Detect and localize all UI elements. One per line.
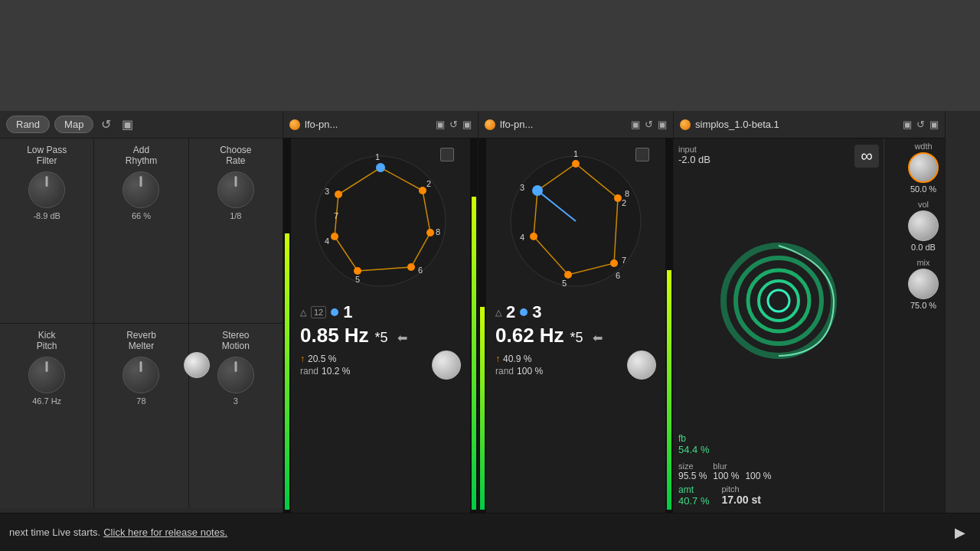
knob-container-add-rhythm: 66 % [122, 171, 159, 220]
svg-point-9 [376, 163, 385, 172]
cell-label-kick-pitch: KickPitch [37, 330, 57, 352]
svg-point-7 [331, 233, 338, 240]
svg-point-22 [610, 259, 618, 267]
lfo2-content: 1 8 7 6 5 4 3 2 △ 2 [486, 139, 665, 513]
simplos-name: simplos_1.0-beta.1 [695, 119, 898, 130]
simplos-mix-knob[interactable] [908, 269, 939, 299]
lfo1-status-dot[interactable] [289, 119, 300, 130]
simplos-right-val-group: 100 % [745, 461, 771, 481]
lfo1-arrow-btn[interactable]: ⬅ [394, 330, 411, 347]
simplos-amt-knob[interactable] [184, 352, 210, 378]
svg-text:2: 2 [426, 179, 431, 188]
knob-add-rhythm[interactable] [122, 171, 159, 208]
lfo1-mod-row: ↑ 20.5 % [300, 354, 350, 364]
lfo2-sync-icon[interactable]: ↺ [645, 119, 653, 130]
simplos-amt-group: amt 40.7 % [678, 484, 709, 507]
lfo2-save-icon[interactable]: ▣ [631, 119, 640, 130]
simplos-input-val: -2.0 dB [678, 154, 710, 165]
lfo2-steps: 2 [506, 302, 515, 322]
svg-point-6 [354, 267, 361, 275]
lfo2-mod-val: 40.9 % [503, 354, 531, 364]
simplos-mix-val: 75.0 % [910, 301, 936, 310]
svg-point-39 [759, 281, 799, 321]
simplos-vol-label: vol [918, 200, 929, 209]
svg-point-24 [530, 233, 537, 240]
cell-low-pass-filter[interactable]: Low PassFilter -8.9 dB [0, 139, 93, 323]
cell-reverb-melter[interactable]: ReverbMelter 78 [94, 324, 188, 508]
knob-kick-pitch[interactable] [28, 357, 65, 393]
lfo1-circle-svg: 1 2 8 6 5 4 3 7 [304, 145, 457, 298]
knob-val-low-pass: -8.9 dB [33, 211, 60, 220]
play-button[interactable]: ▶ [949, 522, 971, 543]
simplos-wdth-knob[interactable] [908, 152, 939, 183]
lfo1-output-knob[interactable] [432, 350, 461, 380]
lfo1-vu-left-fill [285, 233, 289, 510]
lfo2-vu-right [665, 139, 673, 513]
cell-label-stereo-motion: StereoMotion [222, 330, 250, 352]
lfo2-name: lfo-pn... [500, 119, 626, 130]
lfo2-freq-row: 0.62 Hz *5 ⬅ [495, 324, 656, 347]
svg-point-3 [419, 187, 426, 194]
simplos-sync-icon[interactable]: ↺ [916, 119, 925, 130]
knob-val-reverb-melter: 78 [136, 396, 145, 406]
knob-val-choose-rate: 1/8 [230, 211, 241, 220]
lfo2-status-dot[interactable] [485, 119, 495, 130]
lfo1-menu-icon[interactable]: ▣ [462, 119, 472, 130]
release-notes-link[interactable]: Click here for release notes. [103, 527, 227, 538]
cell-label-choose-rate: ChooseRate [220, 145, 251, 167]
lfo1-circle-area: 1 2 8 6 5 4 3 7 [304, 145, 457, 298]
lfo2-circle-area: 1 8 7 6 5 4 3 2 [499, 145, 652, 298]
svg-text:4: 4 [325, 236, 329, 246]
simplos-menu-icon[interactable]: ▣ [929, 119, 939, 130]
lfo2-output-knob[interactable] [627, 350, 656, 380]
knob-container-reverb-melter: 78 [122, 357, 159, 406]
simplos-save-icon[interactable]: ▣ [903, 119, 912, 130]
lfo2-arrow-btn[interactable]: ⬅ [590, 330, 606, 347]
cell-add-rhythm[interactable]: AddRhythm 66 % [94, 139, 188, 323]
cell-kick-pitch[interactable]: KickPitch 46.7 Hz [0, 324, 93, 508]
lfo1-tri-icon: △ [300, 308, 306, 318]
lfo2-mod-row: ↑ 40.9 % [495, 354, 543, 364]
lfo1-sync-icon[interactable]: ↺ [449, 119, 458, 130]
knob-container-choose-rate: 1/8 [217, 171, 254, 220]
lfo2-corner-button[interactable] [635, 148, 649, 161]
cell-choose-rate[interactable]: ChooseRate 1/8 [189, 139, 283, 323]
svg-text:8: 8 [436, 227, 440, 236]
svg-text:1: 1 [573, 149, 578, 158]
svg-point-5 [407, 263, 415, 271]
rand-button[interactable]: Rand [6, 116, 50, 133]
simplos-vol-knob[interactable] [908, 210, 939, 241]
lfo1-corner-button[interactable] [440, 148, 454, 161]
simplos-size-label: size [678, 461, 707, 471]
simplos-right-val1: 100 % [745, 471, 771, 481]
simplos-blur-val: 100 % [713, 471, 739, 481]
left-panel: Rand Map ↺ ▣ Low PassFilter -8.9 dB AddR… [0, 111, 283, 513]
lfo2-bottom: △ 2 3 0.62 Hz *5 ⬅ ↑ 40 [492, 302, 659, 380]
lfo1-rand-val: 10.2 % [322, 366, 350, 377]
save-icon[interactable]: ▣ [119, 116, 136, 133]
lfo1-save-icon[interactable]: ▣ [436, 119, 445, 130]
knob-reverb-melter[interactable] [122, 357, 159, 393]
simplos-right-knobs: wdth 50.0 % vol 0.0 dB mix 75.0 % [884, 139, 945, 513]
simplos-pitch-val: 17.00 st [721, 494, 760, 506]
knob-stereo-motion[interactable] [217, 357, 254, 393]
simplos-fb-val: 54.4 % [678, 444, 709, 455]
simplos-input-label: input [678, 145, 710, 154]
svg-text:5: 5 [355, 275, 360, 284]
lfo1-freq[interactable]: 0.85 Hz [300, 324, 369, 347]
sync-icon[interactable]: ↺ [98, 116, 114, 133]
svg-text:6: 6 [616, 271, 620, 280]
svg-text:1: 1 [375, 152, 380, 161]
lfo1-current-step: 1 [343, 302, 352, 322]
simplos-panel: simplos_1.0-beta.1 ▣ ↺ ▣ input -2.0 dB ∞ [674, 111, 946, 513]
svg-text:6: 6 [418, 266, 423, 275]
simplos-status-dot[interactable] [680, 119, 691, 130]
map-button[interactable]: Map [54, 116, 93, 133]
knob-low-pass[interactable] [28, 171, 65, 208]
lfo2-menu-icon[interactable]: ▣ [658, 119, 667, 130]
lfo2-vu-right-fill [667, 270, 671, 510]
simplos-mix-group: mix 75.0 % [908, 258, 939, 310]
knob-choose-rate[interactable] [217, 171, 254, 208]
lfo2-freq[interactable]: 0.62 Hz [495, 324, 564, 347]
lfo2-rand-val: 100 % [517, 366, 543, 377]
